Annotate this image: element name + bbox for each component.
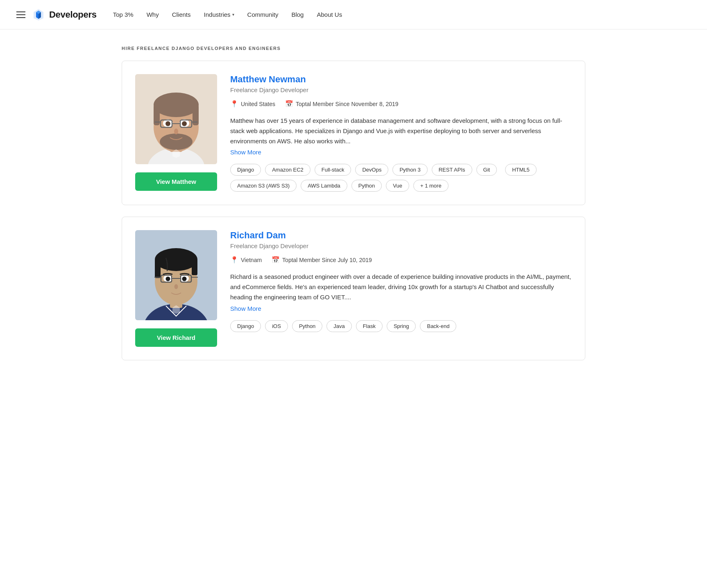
nav-item-about[interactable]: About Us — [317, 11, 342, 18]
card-left-richard: View Richard — [135, 230, 217, 347]
card-right-richard: Richard Dam Freelance Django Developer 📍… — [230, 230, 572, 347]
skill-devops-matthew: DevOps — [355, 164, 388, 176]
toptal-watermark-richard — [171, 305, 181, 316]
dev-meta-matthew: 📍 United States 📅 Toptal Member Since No… — [230, 100, 572, 108]
avatar-matthew — [135, 74, 217, 164]
card-right-matthew: Matthew Newman Freelance Django Develope… — [230, 74, 572, 192]
navbar: Developers Top 3% Why Clients Industries… — [0, 0, 707, 29]
main-content: HIRE FREELANCE DJANGO DEVELOPERS AND ENG… — [112, 29, 595, 388]
view-richard-button[interactable]: View Richard — [135, 328, 217, 347]
developer-card-richard: View Richard Richard Dam Freelance Djang… — [122, 217, 585, 360]
skill-restapis-matthew: REST APIs — [432, 164, 472, 176]
skill-vue-matthew: Vue — [386, 180, 409, 192]
skill-python3-matthew: Python 3 — [392, 164, 427, 176]
skill-amazons3-matthew: Amazon S3 (AWS S3) — [230, 180, 297, 192]
nav-item-industries[interactable]: Industries ▾ — [204, 11, 234, 18]
skill-html5-matthew: HTML5 — [505, 164, 537, 176]
skills-row-richard: Django iOS Python Java Flask Spring Back… — [230, 320, 572, 332]
dev-meta-richard: 📍 Vietnam 📅 Toptal Member Since July 10,… — [230, 256, 572, 264]
location-icon-richard: 📍 — [230, 256, 238, 264]
dev-bio-richard: Richard is a seasoned product engineer w… — [230, 272, 572, 302]
dev-name-richard: Richard Dam — [230, 230, 572, 241]
svg-point-10 — [165, 121, 170, 126]
chevron-down-icon: ▾ — [232, 12, 234, 17]
svg-point-34 — [174, 284, 178, 289]
nav-link-clients[interactable]: Clients — [172, 11, 191, 18]
dev-title-richard: Freelance Django Developer — [230, 242, 572, 249]
svg-rect-23 — [155, 260, 161, 278]
svg-point-22 — [155, 248, 197, 271]
nav-link-why[interactable]: Why — [147, 11, 159, 18]
skill-ios-richard: iOS — [265, 320, 288, 332]
dev-name-matthew: Matthew Newman — [230, 74, 572, 85]
meta-location-matthew: 📍 United States — [230, 100, 275, 108]
location-text-richard: Vietnam — [241, 257, 262, 263]
skill-java-richard: Java — [326, 320, 351, 332]
skill-spring-richard: Spring — [387, 320, 416, 332]
skill-python-richard: Python — [292, 320, 322, 332]
svg-point-27 — [166, 277, 170, 281]
developer-card-matthew: View Matthew Matthew Newman Freelance Dj… — [122, 61, 585, 205]
location-icon: 📍 — [230, 100, 238, 108]
skill-python-matthew: Python — [351, 180, 382, 192]
nav-item-why[interactable]: Why — [147, 11, 159, 18]
location-text-matthew: United States — [241, 101, 275, 107]
svg-point-11 — [182, 121, 187, 126]
svg-point-4 — [154, 93, 199, 117]
skill-fullstack-matthew: Full-stack — [315, 164, 351, 176]
member-since-richard: Toptal Member Since July 10, 2019 — [282, 257, 372, 263]
nav-item-community[interactable]: Community — [247, 11, 279, 18]
nav-link-industries[interactable]: Industries ▾ — [204, 11, 234, 18]
nav-link-blog[interactable]: Blog — [291, 11, 304, 18]
nav-links: Top 3% Why Clients Industries ▾ Communit… — [113, 11, 342, 18]
avatar-richard — [135, 230, 217, 320]
show-more-matthew[interactable]: Show More — [230, 149, 261, 156]
skill-flask-richard: Flask — [356, 320, 383, 332]
skill-django-matthew: Django — [230, 164, 261, 176]
logo-text: Developers — [49, 9, 97, 20]
skill-backend-richard: Back-end — [420, 320, 456, 332]
nav-item-blog[interactable]: Blog — [291, 11, 304, 18]
skill-awslambda-matthew: AWS Lambda — [301, 180, 347, 192]
card-left-matthew: View Matthew — [135, 74, 217, 192]
svg-point-28 — [182, 277, 187, 281]
nav-link-top3[interactable]: Top 3% — [113, 11, 134, 18]
nav-link-community[interactable]: Community — [247, 11, 279, 18]
svg-point-17 — [174, 129, 178, 134]
skills-row-matthew: Django Amazon EC2 Full-stack DevOps Pyth… — [230, 164, 572, 192]
logo-icon — [32, 8, 45, 21]
skill-more-matthew[interactable]: + 1 more — [413, 180, 449, 192]
show-more-richard[interactable]: Show More — [230, 305, 261, 312]
logo-link[interactable]: Developers — [32, 8, 97, 21]
meta-member-matthew: 📅 Toptal Member Since November 8, 2019 — [285, 100, 399, 108]
svg-point-7 — [160, 133, 193, 150]
nav-item-clients[interactable]: Clients — [172, 11, 191, 18]
view-matthew-button[interactable]: View Matthew — [135, 172, 217, 191]
skill-amazonec2-matthew: Amazon EC2 — [265, 164, 310, 176]
skill-django-richard: Django — [230, 320, 261, 332]
calendar-icon-richard: 📅 — [272, 256, 280, 264]
dev-title-matthew: Freelance Django Developer — [230, 86, 572, 93]
hamburger-menu[interactable] — [16, 11, 25, 18]
meta-location-richard: 📍 Vietnam — [230, 256, 262, 264]
nav-link-about[interactable]: About Us — [317, 11, 342, 18]
svg-rect-24 — [192, 260, 197, 275]
member-since-matthew: Toptal Member Since November 8, 2019 — [296, 101, 399, 107]
calendar-icon: 📅 — [285, 100, 293, 108]
dev-bio-matthew: Matthew has over 15 years of experience … — [230, 116, 572, 146]
toptal-watermark-matthew — [171, 149, 181, 160]
nav-item-top3[interactable]: Top 3% — [113, 11, 134, 18]
page-heading: HIRE FREELANCE DJANGO DEVELOPERS AND ENG… — [122, 46, 585, 51]
meta-member-richard: 📅 Toptal Member Since July 10, 2019 — [272, 256, 372, 264]
skill-git-matthew: Git — [476, 164, 497, 176]
